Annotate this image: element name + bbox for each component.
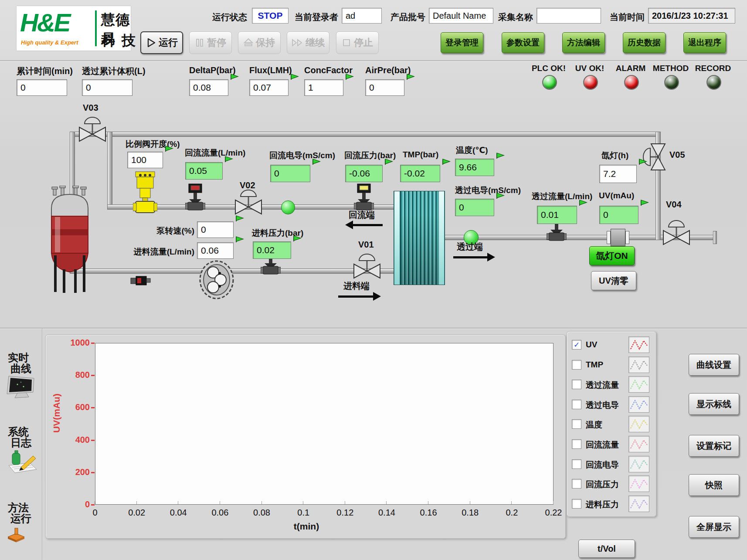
header-divider (0, 60, 747, 61)
legend-line-sample-tmp[interactable] (628, 356, 649, 373)
x-axis-tick-mark (470, 501, 470, 504)
control-button-pause[interactable]: 暂停 (189, 31, 232, 54)
valve-v01-icon (353, 250, 381, 279)
total-value-deltap[interactable]: 0.08 (189, 79, 228, 96)
led-label-plc-ok: PLC OK! (532, 64, 566, 73)
gauge-value-xenon-hours[interactable]: 7.2 (599, 165, 637, 183)
total-value-total-volume: 0 (82, 79, 132, 96)
right-button-curve-settings[interactable]: 曲线设置 (689, 354, 739, 376)
x-axis-tick-mark (136, 501, 137, 504)
legend-line-sample-permeate-flow[interactable] (628, 376, 649, 393)
control-button-stop[interactable]: 停止 (336, 31, 379, 54)
legend-checkbox-tmp[interactable] (572, 360, 581, 370)
control-button-run[interactable]: 运行 (140, 31, 183, 54)
menu-button-login-manage[interactable]: 登录管理 (441, 32, 483, 53)
valve-v03-icon (78, 113, 106, 142)
gauge-label-uv-reading: UV(mAu) (599, 191, 634, 200)
sidebar-divider (42, 329, 43, 560)
total-value-flux[interactable]: 0.07 (249, 79, 289, 96)
xenon-lamp-button[interactable]: 氙灯ON (589, 246, 635, 265)
x-axis-tick-mark (428, 501, 428, 504)
legend-checkbox-permeate-flow[interactable] (572, 380, 581, 389)
flow-arrow-left (349, 224, 383, 226)
right-button-set-marker[interactable]: 设置标记 (689, 435, 739, 457)
control-button-label: 继续 (306, 36, 325, 49)
pipe-segment (107, 132, 112, 209)
gauge-label-return-flow: 回流流量(L/min) (185, 147, 245, 159)
monitor-icon (6, 375, 37, 401)
legend-checkbox-return-cond[interactable] (572, 459, 581, 469)
gauge-value-pump-speed[interactable]: 0 (197, 221, 234, 238)
legend-line-sample-feed-pressure[interactable] (628, 496, 649, 512)
flow-tag-feed-port: 进料端 (343, 280, 370, 292)
run-flag-icon (292, 235, 302, 242)
gauge-value-feed-pressure: 0.02 (253, 241, 291, 259)
flow-tag-permeate-port: 透过端 (457, 241, 483, 253)
gauge-value-return-flow: 0.05 (185, 162, 223, 180)
x-axis-tick-mark (178, 501, 178, 504)
sidebar-label-line: 运行 (10, 513, 31, 524)
pipe-end-cap (713, 231, 717, 244)
flow-tag-return-port: 回流端 (349, 209, 375, 221)
valve-label-v02: V02 (240, 180, 255, 190)
legend-line-sample-permeate-cond[interactable] (628, 396, 649, 413)
total-label-total-time: 累计时间(min) (17, 65, 73, 77)
total-label-airpre: AirPre(bar) (365, 65, 411, 75)
right-button-fullscreen[interactable]: 全屏显示 (689, 516, 739, 538)
sidebar-item-method-run[interactable]: 方法运行 (8, 502, 31, 524)
control-button-hold[interactable]: 保持 (238, 31, 281, 54)
run-flag-icon (312, 158, 321, 166)
legend-line-sample-uv[interactable] (628, 336, 649, 353)
sidebar-item-realtime-curve[interactable]: 实时曲线 (8, 352, 31, 374)
gauge-label-xenon-hours: 氙灯(h) (601, 150, 628, 161)
menu-button-param-settings[interactable]: 参数设置 (502, 32, 544, 53)
sidebar-item-system-log[interactable]: 系统日志 (8, 426, 31, 448)
x-axis-tick-mark (261, 501, 262, 504)
led-label-alarm: ALARM (616, 64, 646, 73)
gauge-value-feed-flow[interactable]: 0.06 (197, 242, 234, 259)
run-flag-icon (235, 215, 244, 222)
legend-line-sample-return-flow[interactable] (628, 436, 649, 452)
logo-text: H&E (20, 8, 69, 37)
legend-checkbox-uv[interactable]: ✓ (572, 340, 581, 350)
x-axis-tick-mark (345, 501, 345, 504)
flow-arrowhead-icon (487, 253, 499, 261)
flow-arrowhead-icon (373, 292, 385, 301)
menu-button-method-edit[interactable]: 方法编辑 (562, 32, 605, 53)
flow-indicator-ball (281, 200, 295, 214)
gauge-value-prop-valve-opening[interactable]: 100 (127, 152, 163, 168)
tvol-button[interactable]: t/Vol (578, 540, 635, 558)
total-value-airpre[interactable]: 0 (365, 79, 404, 96)
y-axis-tick-label: 0 (52, 499, 90, 509)
gauge-label-temperature: 温度(℃) (456, 145, 488, 156)
menu-button-history-data[interactable]: 历史数据 (623, 32, 666, 53)
legend-line-sample-return-pressure[interactable] (628, 475, 649, 492)
right-button-show-cursor[interactable]: 显示标线 (689, 393, 739, 415)
legend-checkbox-temperature[interactable] (572, 419, 581, 429)
run-flag-icon (224, 156, 234, 163)
legend-checkbox-feed-pressure[interactable] (572, 499, 581, 509)
log-icon (6, 449, 38, 476)
gauge-value-temperature: 9.66 (455, 159, 494, 176)
run-flag-icon (496, 152, 505, 160)
right-button-snapshot[interactable]: 快照 (689, 474, 739, 496)
legend-line-sample-temperature[interactable] (628, 416, 649, 432)
control-button-resume[interactable]: 继续 (287, 31, 329, 54)
led-label-record: RECORD (695, 64, 731, 73)
total-label-total-volume: 透过累计体积(L) (82, 65, 146, 77)
legend-checkbox-return-pressure[interactable] (572, 479, 581, 489)
acq-name-input[interactable] (536, 8, 601, 24)
time-label: 当前时间 (610, 11, 645, 23)
batch-input[interactable] (429, 8, 493, 24)
menu-button-exit-program[interactable]: 退出程序 (683, 32, 726, 53)
legend-checkbox-permeate-cond[interactable] (572, 400, 581, 409)
x-axis-tick-label: 0.14 (378, 508, 395, 518)
legend-checkbox-return-flow[interactable] (572, 439, 581, 449)
total-value-concfactor[interactable]: 1 (304, 79, 343, 96)
legend-line-sample-return-cond[interactable] (628, 456, 649, 472)
x-axis-tick-label: 0.16 (420, 508, 437, 518)
membrane-body (400, 191, 439, 285)
sidebar-label-line: 系统 (8, 426, 31, 437)
uv-zero-button[interactable]: UV清零 (591, 271, 636, 290)
login-user-input[interactable] (342, 8, 382, 24)
